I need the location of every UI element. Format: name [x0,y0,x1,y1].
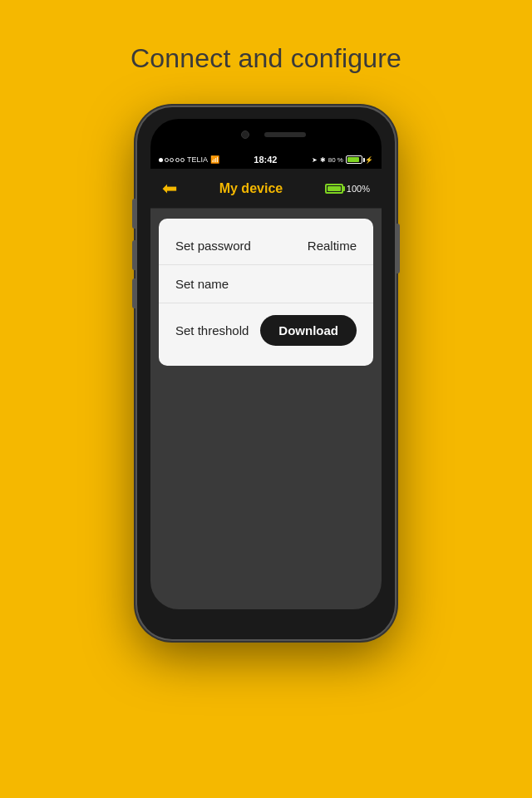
device-battery-icon [325,184,343,194]
menu-card: Set password Realtime Set name Set thres… [159,219,373,366]
device-battery-fill [328,186,341,191]
card-row-name: Set name [159,265,373,303]
status-bar: TELIA 📶 18:42 ➤ ✱ 80 % ⚡ [150,150,382,169]
status-time: 18:42 [254,155,277,165]
battery-percent-label: 80 % [328,156,343,164]
charging-icon: ⚡ [365,156,373,164]
signal-dots [159,158,185,162]
card-row-password: Set password Realtime [159,227,373,265]
phone-shell: TELIA 📶 18:42 ➤ ✱ 80 % ⚡ ⬅ My device [137,107,395,639]
realtime-label[interactable]: Realtime [308,239,357,253]
signal-dot-5 [180,158,185,162]
set-name-label[interactable]: Set name [175,277,229,291]
signal-dot-4 [175,158,180,162]
speaker [264,132,306,137]
signal-dot-1 [159,158,163,162]
signal-dot-2 [165,158,169,162]
bluetooth-icon: ✱ [320,156,326,164]
page-title: Connect and configure [131,43,401,74]
notch-bar [150,119,382,150]
screen: TELIA 📶 18:42 ➤ ✱ 80 % ⚡ ⬅ My device [150,119,382,609]
signal-dot-3 [170,158,174,162]
battery-fill [347,157,359,162]
status-right: ➤ ✱ 80 % ⚡ [312,155,373,164]
status-left: TELIA 📶 [159,155,219,164]
nav-icon: ➤ [312,156,318,164]
device-battery-label: 100% [347,184,370,194]
battery-bar [346,155,362,164]
card-row-threshold: Set threshold Download [159,303,373,357]
app-content: Set password Realtime Set name Set thres… [150,209,382,609]
set-threshold-label[interactable]: Set threshold [175,323,249,337]
app-header: ⬅ My device 100% [150,169,382,209]
carrier-label: TELIA [187,155,208,164]
set-password-label[interactable]: Set password [175,239,251,253]
download-button[interactable]: Download [260,315,357,346]
header-title: My device [219,181,283,196]
wifi-icon: 📶 [210,155,219,164]
camera [241,131,249,139]
device-battery: 100% [325,184,370,194]
back-button[interactable]: ⬅ [162,178,177,200]
